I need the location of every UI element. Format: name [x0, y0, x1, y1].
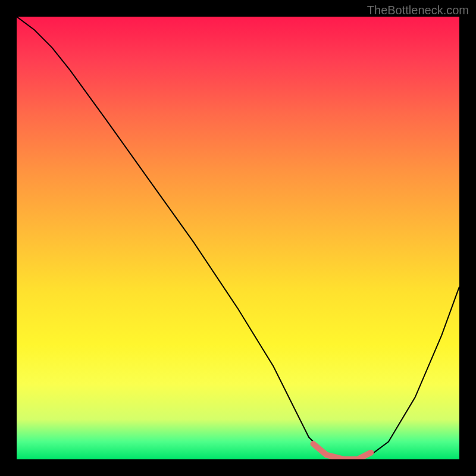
chart-svg	[17, 17, 459, 459]
optimal-range-highlight	[314, 444, 371, 459]
watermark-text: TheBottleneck.com	[367, 4, 469, 17]
chart-plot-area	[17, 17, 459, 459]
bottleneck-curve-path	[17, 17, 459, 459]
